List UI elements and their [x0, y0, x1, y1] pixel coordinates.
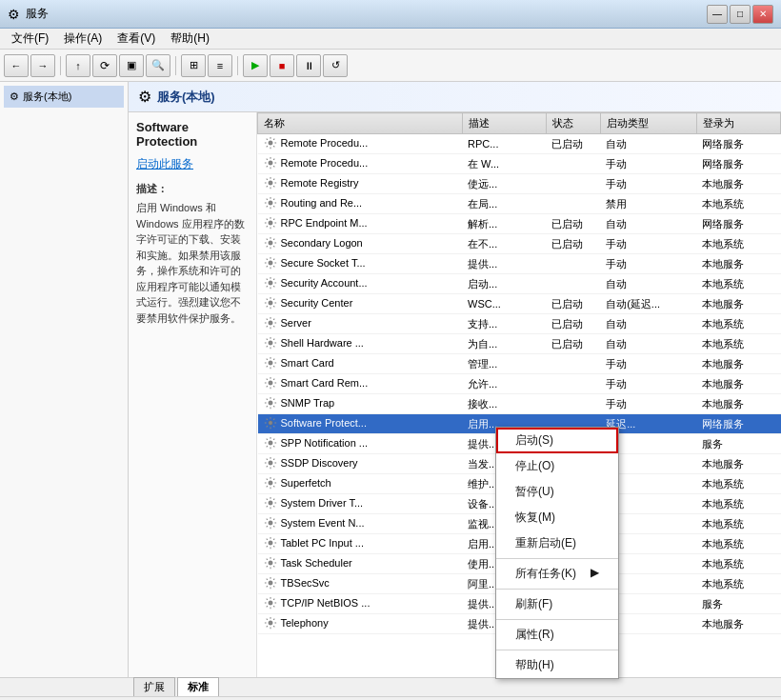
service-logon-cell: 本地服务 [696, 174, 780, 194]
svg-point-15 [268, 441, 271, 445]
table-row[interactable]: Secure Socket T...提供...手动本地服务 [258, 254, 781, 274]
col-name[interactable]: 名称 [258, 113, 463, 134]
service-status-cell: 已启动 [546, 314, 600, 334]
table-row[interactable]: Remote Procedu...RPC...已启动自动网络服务 [258, 134, 781, 154]
content-header: ⚙ 服务(本地) [129, 82, 781, 112]
svg-point-22 [268, 581, 271, 585]
svg-point-23 [268, 601, 271, 605]
table-row[interactable]: Routing and Re...在局...禁用本地系统 [258, 194, 781, 214]
menu-file[interactable]: 文件(F) [4, 29, 56, 49]
svg-point-14 [268, 421, 271, 425]
col-logon[interactable]: 登录为 [696, 113, 780, 134]
tab-extended[interactable]: 扩展 [133, 677, 175, 696]
service-logon-cell: 本地服务 [696, 254, 780, 274]
toolbar: ← → ↑ ⟳ ▣ 🔍 ⊞ ≡ ▶ ■ ⏸ ↺ [0, 50, 781, 82]
app-icon: ⚙ [8, 7, 20, 22]
service-name-cell: Task Scheduler [258, 554, 463, 574]
svg-point-5 [268, 241, 271, 245]
folder-button[interactable]: ▣ [119, 54, 144, 77]
pause-service-button[interactable]: ⏸ [296, 54, 321, 77]
service-desc-cell: 接收... [462, 394, 546, 414]
start-service-button[interactable]: ▶ [243, 54, 268, 77]
stop-service-button[interactable]: ■ [270, 54, 294, 77]
context-menu-item[interactable]: 启动(S) [496, 428, 618, 453]
svg-point-17 [268, 481, 271, 485]
minimize-button[interactable]: — [707, 5, 728, 24]
title-bar: ⚙ 服务 — □ ✕ [0, 0, 781, 29]
list-button[interactable]: ≡ [208, 54, 232, 77]
refresh-button[interactable]: ⟳ [92, 54, 117, 77]
table-row[interactable]: Smart Card管理...手动本地服务 [258, 354, 781, 374]
table-row[interactable]: RPC Endpoint M...解析...已启动自动网络服务 [258, 214, 781, 234]
service-startup-cell: 手动 [600, 254, 696, 274]
menu-view[interactable]: 查看(V) [110, 29, 163, 49]
context-menu-item[interactable]: 重新启动(E) [496, 530, 618, 556]
context-menu-item[interactable]: 刷新(F) [496, 591, 618, 617]
close-button[interactable]: ✕ [752, 5, 773, 24]
context-menu-separator [496, 558, 618, 559]
col-startup[interactable]: 启动类型 [600, 113, 696, 134]
context-menu-item[interactable]: 所有任务(K)▶ [496, 561, 618, 587]
svg-point-16 [268, 461, 271, 465]
sidebar-item-local-services[interactable]: ⚙ 服务(本地) [4, 86, 124, 108]
service-startup-cell: 自动 [600, 334, 696, 354]
table-row[interactable]: Secondary Logon在不...已启动手动本地系统 [258, 234, 781, 254]
col-status[interactable]: 状态 [546, 113, 600, 134]
service-status-cell: 已启动 [546, 214, 600, 234]
service-name-cell: SSDP Discovery [258, 454, 463, 474]
service-logon-cell: 本地系统 [696, 474, 780, 494]
col-desc[interactable]: 描述 [462, 113, 546, 134]
menu-help[interactable]: 帮助(H) [163, 29, 217, 49]
context-menu: 启动(S)停止(O)暂停(U)恢复(M)重新启动(E)所有任务(K)▶刷新(F)… [495, 427, 619, 679]
toolbar-separator-1 [60, 56, 61, 75]
start-service-link[interactable]: 启动此服务 [136, 157, 193, 170]
up-button[interactable]: ↑ [66, 54, 90, 77]
service-logon-cell: 本地服务 [696, 394, 780, 414]
service-name-cell: Smart Card [258, 354, 463, 374]
context-menu-separator [496, 650, 618, 650]
service-name-cell: SNMP Trap [258, 394, 463, 414]
service-startup-cell: 自动 [600, 134, 696, 154]
table-row[interactable]: Server支持...已启动自动本地系统 [258, 314, 781, 334]
context-menu-item[interactable]: 属性(R) [496, 622, 618, 648]
service-name-cell: Telephony [258, 614, 463, 634]
service-logon-cell: 服务 [696, 434, 780, 454]
svg-point-24 [268, 621, 271, 625]
svg-point-20 [268, 541, 271, 545]
service-name-cell: TBSecSvc [258, 574, 463, 594]
content-area: ⚙ 服务(本地) Software Protection 启动此服务 描述： 启… [129, 82, 781, 677]
svg-point-0 [268, 141, 271, 145]
table-row[interactable]: Smart Card Rem...允许...手动本地服务 [258, 374, 781, 394]
restart-service-button[interactable]: ↺ [323, 54, 348, 77]
service-startup-cell: 自动(延迟... [600, 294, 696, 314]
svg-point-12 [268, 381, 271, 385]
service-logon-cell: 网络服务 [696, 134, 780, 154]
context-menu-item[interactable]: 恢复(M) [496, 505, 618, 530]
service-status-cell [546, 354, 600, 374]
table-row[interactable]: Shell Hardware ...为自...已启动自动本地系统 [258, 334, 781, 354]
svg-point-13 [268, 401, 271, 405]
service-name-cell: Remote Registry [258, 174, 463, 194]
menu-action[interactable]: 操作(A) [56, 29, 110, 49]
table-row[interactable]: SNMP Trap接收...手动本地服务 [258, 394, 781, 414]
service-name-cell: Secondary Logon [258, 234, 463, 254]
service-name-cell: Shell Hardware ... [258, 334, 463, 354]
table-row[interactable]: Remote Procedu...在 W...手动网络服务 [258, 154, 781, 174]
table-row[interactable]: Security Account...启动...自动本地系统 [258, 274, 781, 294]
service-logon-cell: 本地服务 [696, 374, 780, 394]
service-logon-cell: 本地系统 [696, 514, 780, 534]
tab-standard[interactable]: 标准 [177, 677, 219, 696]
context-menu-item[interactable]: 停止(O) [496, 453, 618, 479]
forward-button[interactable]: → [30, 54, 55, 77]
maximize-button[interactable]: □ [730, 5, 751, 24]
context-menu-item[interactable]: 暂停(U) [496, 479, 618, 505]
search-button[interactable]: 🔍 [146, 54, 170, 77]
context-menu-item[interactable]: 帮助(H) [496, 652, 618, 678]
back-button[interactable]: ← [4, 54, 29, 77]
service-desc-cell: 在局... [462, 194, 546, 214]
table-row[interactable]: Remote Registry使远...手动本地服务 [258, 174, 781, 194]
table-row[interactable]: Security CenterWSC...已启动自动(延迟...本地服务 [258, 294, 781, 314]
service-startup-cell: 自动 [600, 274, 696, 294]
export-button[interactable]: ⊞ [181, 54, 206, 77]
service-logon-cell: 网络服务 [696, 414, 780, 434]
